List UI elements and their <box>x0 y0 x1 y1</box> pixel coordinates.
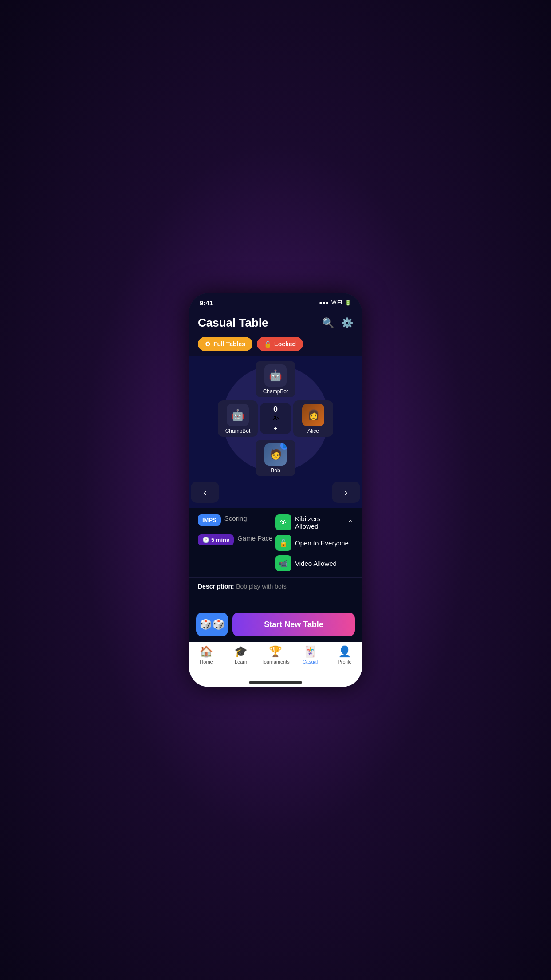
home-icon: 🏠 <box>200 645 213 658</box>
bot-icon-left: 🤖 <box>231 409 244 421</box>
locked-label: Locked <box>274 340 296 348</box>
nav-home[interactable]: 🏠 Home <box>189 645 224 664</box>
player-bottom[interactable]: 🧑 👤 Bob <box>256 440 295 476</box>
nav-learn[interactable]: 🎓 Learn <box>224 645 258 664</box>
full-tables-label: Full Tables <box>213 340 245 348</box>
table-circle: 0 👁 + 🤖 ChampBot 🤖 ChampBot <box>222 365 329 472</box>
description-section: Description: Bob play with bots <box>189 577 362 597</box>
scoring-badge: IMPS <box>198 514 221 526</box>
home-bar <box>249 681 302 684</box>
open-row: 🔓 Open to Everyone <box>276 535 353 551</box>
kibitzers-label: Kibitzers Allowed <box>295 515 343 530</box>
settings-section: IMPS Scoring 🕐 5 mins Game Pace 👁 <box>189 508 362 577</box>
settings-grid: IMPS Scoring 🕐 5 mins Game Pace 👁 <box>198 514 353 571</box>
table-section: 0 👁 + 🤖 ChampBot 🤖 ChampBot <box>189 356 362 476</box>
profile-icon: 👤 <box>338 645 351 658</box>
game-pace-row: 🕐 5 mins Game Pace <box>198 534 276 545</box>
locked-chip[interactable]: 🔒 Locked <box>257 337 303 351</box>
right-player-name: Alice <box>307 428 319 434</box>
kibitzer-count: 0 <box>273 405 278 413</box>
top-player-avatar: 🤖 <box>264 364 287 387</box>
kibitzers-row: 👁 Kibitzers Allowed ⌃ <box>276 514 353 530</box>
top-player-name: ChampBot <box>263 388 288 395</box>
scroll-area: 0 👁 + 🤖 ChampBot 🤖 ChampBot <box>189 356 362 606</box>
learn-label: Learn <box>235 659 247 664</box>
bot-icon-top: 🤖 <box>269 369 282 382</box>
description-label: Description: <box>198 583 234 590</box>
left-player-avatar: 🤖 <box>227 404 249 426</box>
page-title: Casual Table <box>198 316 268 330</box>
nav-tournaments[interactable]: 🏆 Tournaments <box>258 645 293 664</box>
description-text: Bob play with bots <box>236 583 287 590</box>
bottom-nav: 🏠 Home 🎓 Learn 🏆 Tournaments 🃏 Casual 👤 … <box>189 642 362 677</box>
game-pace-label: Game Pace <box>237 534 272 542</box>
plus-icon: + <box>274 425 277 432</box>
video-icon: 📹 <box>276 555 291 571</box>
signal-icon: ●●● <box>319 300 329 306</box>
nav-arrows: ‹ › <box>189 476 362 508</box>
home-indicator <box>189 677 362 687</box>
action-bar: 🎲 🎲 Start New Table <box>189 606 362 642</box>
center-card[interactable]: 0 👁 + <box>260 403 291 434</box>
settings-left-col: IMPS Scoring 🕐 5 mins Game Pace <box>198 514 276 571</box>
eye-icon: 👁 <box>272 415 279 423</box>
open-label: Open to Everyone <box>295 539 349 547</box>
battery-icon: 🔋 <box>345 300 351 306</box>
filter-icon[interactable]: ⚙️ <box>341 317 353 329</box>
status-icons: ●●● WiFi 🔋 <box>319 300 351 306</box>
start-new-table-label: Start New Table <box>264 620 323 629</box>
open-icon: 🔓 <box>276 535 291 551</box>
header-actions: 🔍 ⚙️ <box>322 317 353 329</box>
full-tables-icon: ⚙ <box>205 340 211 348</box>
kibitzers-chevron: ⌃ <box>348 519 353 526</box>
settings-right-col: 👁 Kibitzers Allowed ⌃ 🔓 Open to Everyone… <box>276 514 353 571</box>
prev-arrow-button[interactable]: ‹ <box>191 482 219 503</box>
game-pace-badge: 🕐 5 mins <box>198 534 234 545</box>
home-label: Home <box>200 659 213 664</box>
nav-casual[interactable]: 🃏 Casual <box>293 645 327 664</box>
dice-icon: 🎲 <box>200 619 212 630</box>
profile-label: Profile <box>338 659 351 664</box>
video-label: Video Allowed <box>295 560 337 567</box>
scoring-label: Scoring <box>224 514 247 522</box>
status-time: 9:41 <box>200 299 213 307</box>
scoring-row: IMPS Scoring <box>198 514 276 526</box>
learn-icon: 🎓 <box>234 645 248 658</box>
header: Casual Table 🔍 ⚙️ <box>189 312 362 335</box>
tournaments-icon: 🏆 <box>269 645 282 658</box>
casual-icon: 🃏 <box>303 645 317 658</box>
next-arrow-button[interactable]: › <box>332 482 360 503</box>
left-player-name: ChampBot <box>225 428 251 434</box>
dice-icon-2: 🎲 <box>213 619 224 630</box>
filter-row: ⚙ Full Tables 🔒 Locked <box>189 335 362 356</box>
right-player-avatar: 👩 <box>302 404 324 426</box>
casual-label: Casual <box>303 659 318 664</box>
nav-profile[interactable]: 👤 Profile <box>327 645 362 664</box>
locked-icon: 🔒 <box>264 340 272 348</box>
tournaments-label: Tournaments <box>261 659 290 664</box>
player-top[interactable]: 🤖 ChampBot <box>256 361 295 397</box>
dice-button[interactable]: 🎲 🎲 <box>196 612 228 636</box>
player-left[interactable]: 🤖 ChampBot <box>218 400 258 437</box>
kibitzers-icon: 👁 <box>276 514 291 530</box>
status-bar: 9:41 ●●● WiFi 🔋 <box>189 293 362 312</box>
search-icon[interactable]: 🔍 <box>322 317 334 329</box>
alice-photo-icon: 👩 <box>307 409 319 421</box>
full-tables-chip[interactable]: ⚙ Full Tables <box>198 337 252 351</box>
clock-icon: 🕐 <box>202 537 209 543</box>
bob-photo-icon: 🧑 <box>270 449 282 460</box>
bottom-player-name: Bob <box>271 467 280 474</box>
start-new-table-button[interactable]: Start New Table <box>232 612 355 636</box>
bottom-player-avatar: 🧑 👤 <box>264 443 287 466</box>
phone-frame: 9:41 ●●● WiFi 🔋 Casual Table 🔍 ⚙️ ⚙ Full… <box>189 293 362 687</box>
player-right[interactable]: 👩 Alice <box>293 400 333 437</box>
wifi-icon: WiFi <box>331 300 342 306</box>
video-row: 📹 Video Allowed <box>276 555 353 571</box>
